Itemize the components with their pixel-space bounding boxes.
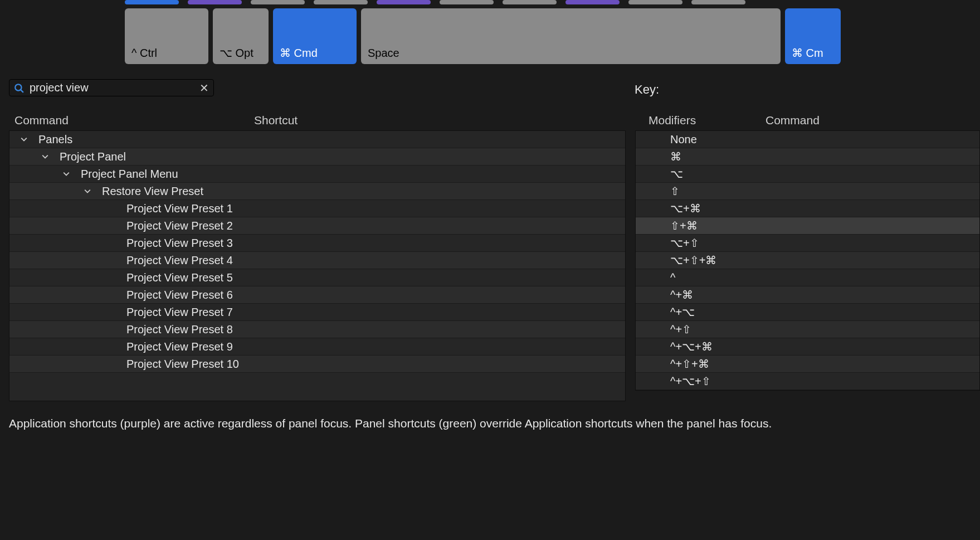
modifier-row[interactable]: ⌥ <box>636 166 979 183</box>
tree-row[interactable]: Project View Preset 10 <box>9 356 625 373</box>
key-label: ⌘ Cmd <box>280 46 318 60</box>
modifier-row[interactable]: ⇧ <box>636 183 979 200</box>
keyboard-shortcuts-panel: ^ Ctrl⌥ Opt⌘ CmdSpace⌘ Cm ✕ Key: Command… <box>0 0 980 540</box>
tree-row[interactable]: Restore View Preset <box>9 183 625 200</box>
keyboard-key[interactable] <box>440 0 494 4</box>
tree-row[interactable]: Panels <box>9 131 625 148</box>
modifier-row[interactable]: ^+⌥+⌘ <box>636 338 979 356</box>
tree-row-label: Project View Preset 1 <box>126 202 233 215</box>
modifier-row[interactable]: ^+⌘ <box>636 286 979 304</box>
tree-row-label: Project View Preset 6 <box>126 289 233 301</box>
tree-row[interactable]: Project View Preset 6 <box>9 286 625 304</box>
svg-line-1 <box>21 90 23 93</box>
modifiers-list[interactable]: None⌘⌥⇧⌥+⌘⇧+⌘⌥+⇧⌥+⇧+⌘^^+⌘^+⌥^+⇧^+⌥+⌘^+⇧+… <box>635 130 980 391</box>
modifier-row[interactable]: ^+⌥ <box>636 304 979 321</box>
right-column-headers: Modifiers Command <box>635 110 980 130</box>
keyboard-key[interactable]: ⌥ Opt <box>213 8 269 64</box>
keyboard-key[interactable] <box>125 0 179 4</box>
chevron-down-icon[interactable] <box>42 153 53 160</box>
modifier-row[interactable]: ^+⌥+⇧ <box>636 373 979 390</box>
tree-row[interactable]: Project View Preset 5 <box>9 269 625 286</box>
keyboard-key[interactable] <box>377 0 431 4</box>
key-label: Key: <box>635 82 659 97</box>
keyboard-key[interactable]: ^ Ctrl <box>125 8 208 64</box>
keyboard-visual: ^ Ctrl⌥ Opt⌘ CmdSpace⌘ Cm <box>125 0 980 64</box>
tree-row[interactable]: Project View Preset 2 <box>9 217 625 235</box>
tree-row[interactable]: Project View Preset 3 <box>9 235 625 252</box>
modifier-row[interactable]: ^ <box>636 269 979 286</box>
chevron-down-icon[interactable] <box>84 188 95 194</box>
keyboard-key[interactable] <box>691 0 745 4</box>
search-icon <box>14 83 24 93</box>
key-label: ⌘ Cm <box>792 46 823 60</box>
modifier-row[interactable]: ⇧+⌘ <box>636 217 979 235</box>
search-field[interactable]: ✕ <box>9 79 214 96</box>
key-label: Space <box>368 47 399 60</box>
chevron-down-icon[interactable] <box>63 171 74 177</box>
keyboard-key[interactable] <box>628 0 682 4</box>
modifier-row[interactable]: ^+⇧+⌘ <box>636 356 979 373</box>
modifier-row[interactable]: ^+⇧ <box>636 321 979 338</box>
keyboard-key[interactable]: ⌘ Cmd <box>273 8 357 64</box>
header-command: Command <box>9 114 254 127</box>
search-input[interactable] <box>28 81 195 95</box>
tree-row-label: Project View Preset 5 <box>126 271 233 284</box>
modifier-row[interactable]: ⌥+⇧ <box>636 235 979 252</box>
modifier-row[interactable]: ⌥+⌘ <box>636 200 979 217</box>
tree-row[interactable]: Project View Preset 8 <box>9 321 625 338</box>
tree-row[interactable]: Project Panel Menu <box>9 166 625 183</box>
tree-row-label: Project View Preset 2 <box>126 220 233 232</box>
clear-search-button[interactable]: ✕ <box>199 81 209 95</box>
keyboard-key[interactable] <box>565 0 620 4</box>
modifier-row[interactable]: ⌥+⇧+⌘ <box>636 252 979 269</box>
tree-row-label: Project View Preset 8 <box>126 323 233 336</box>
info-text: Application shortcuts (purple) are activ… <box>9 417 967 430</box>
tree-empty <box>9 373 625 401</box>
svg-point-0 <box>15 84 21 90</box>
modifier-row[interactable]: None <box>636 131 979 148</box>
tree-row[interactable]: Project View Preset 1 <box>9 200 625 217</box>
tree-row-label: Project View Preset 9 <box>126 340 233 353</box>
header-right-command: Command <box>766 114 980 127</box>
keyboard-key[interactable]: Space <box>361 8 781 64</box>
tree-row-label: Restore View Preset <box>102 185 203 198</box>
tree-row-label: Project Panel Menu <box>81 168 178 181</box>
tree-row-label: Project View Preset 10 <box>126 358 239 371</box>
key-label: ^ Ctrl <box>131 47 157 60</box>
modifier-row[interactable]: ⌘ <box>636 148 979 166</box>
tree-row[interactable]: Project View Preset 7 <box>9 304 625 321</box>
tree-row[interactable]: Project View Preset 4 <box>9 252 625 269</box>
tree-row-label: Project View Preset 7 <box>126 306 233 319</box>
keyboard-key[interactable] <box>188 0 242 4</box>
tree-row-label: Project Panel <box>60 150 126 163</box>
command-tree[interactable]: PanelsProject PanelProject Panel MenuRes… <box>9 130 626 401</box>
keyboard-key[interactable] <box>251 0 305 4</box>
chevron-down-icon[interactable] <box>21 136 32 143</box>
tree-row[interactable]: Project View Preset 9 <box>9 338 625 356</box>
tree-row[interactable]: Project Panel <box>9 148 625 166</box>
keyboard-key[interactable] <box>314 0 368 4</box>
keyboard-key[interactable] <box>503 0 557 4</box>
tree-row-label: Project View Preset 3 <box>126 237 233 250</box>
tree-row-label: Project View Preset 4 <box>126 254 233 267</box>
modifiers-pane: Modifiers Command None⌘⌥⇧⌥+⌘⇧+⌘⌥+⇧⌥+⇧+⌘^… <box>635 110 980 391</box>
key-label: ⌥ Opt <box>220 46 253 60</box>
tree-row-label: Panels <box>38 133 72 146</box>
header-modifiers: Modifiers <box>635 114 766 127</box>
keyboard-key[interactable]: ⌘ Cm <box>785 8 841 64</box>
